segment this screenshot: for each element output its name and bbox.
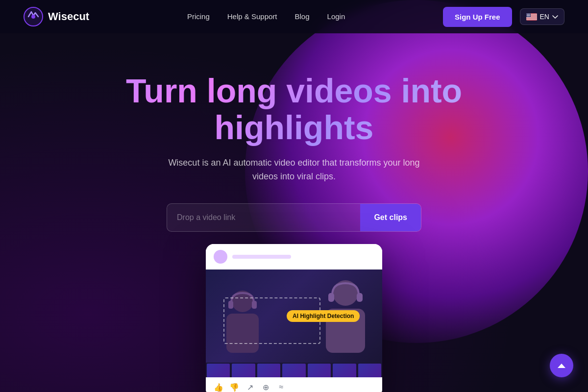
scroll-to-top-button[interactable] bbox=[550, 354, 573, 377]
svg-point-12 bbox=[528, 13, 528, 14]
timeline-thumb-3 bbox=[257, 364, 280, 377]
hero-section: Turn long videos into highlights Wisecut… bbox=[0, 33, 588, 232]
timeline-thumb-4 bbox=[282, 364, 305, 377]
card-actions: 👍 👎 ↗ ⊕ ≈ bbox=[206, 377, 382, 392]
svg-point-25 bbox=[528, 16, 528, 16]
timeline-thumb-7 bbox=[358, 364, 381, 377]
dislike-icon[interactable]: 👎 bbox=[229, 382, 239, 392]
svg-point-18 bbox=[529, 14, 530, 15]
card-top-bar bbox=[206, 244, 382, 270]
svg-rect-8 bbox=[526, 19, 537, 20]
hero-subtitle: Wisecut is an AI automatic video editor … bbox=[157, 156, 431, 184]
svg-point-15 bbox=[527, 14, 527, 15]
svg-point-17 bbox=[528, 14, 529, 15]
signup-button[interactable]: Sign Up Free bbox=[443, 7, 512, 27]
card-avatar bbox=[214, 250, 227, 264]
svg-point-19 bbox=[526, 15, 527, 15]
svg-point-1 bbox=[31, 15, 35, 19]
svg-rect-7 bbox=[526, 18, 537, 19]
nav-blog[interactable]: Blog bbox=[295, 12, 310, 21]
svg-rect-6 bbox=[526, 17, 537, 18]
stats-icon[interactable]: ≈ bbox=[276, 382, 286, 392]
logo-text: Wisecut bbox=[48, 10, 89, 23]
wisecut-logo-icon bbox=[24, 7, 43, 26]
svg-point-14 bbox=[529, 13, 530, 14]
get-clips-button[interactable]: Get clips bbox=[360, 204, 421, 231]
language-selector[interactable]: EN bbox=[520, 8, 564, 25]
video-link-input[interactable] bbox=[167, 213, 360, 222]
timeline-thumb-2 bbox=[232, 364, 255, 377]
svg-point-27 bbox=[529, 16, 530, 16]
timeline-strip bbox=[206, 363, 382, 377]
chevron-down-icon bbox=[552, 15, 558, 19]
hero-title: Turn long videos into highlights bbox=[74, 73, 514, 146]
timeline-thumb-6 bbox=[333, 364, 356, 377]
flag-us-icon bbox=[526, 13, 537, 21]
nav-right: Sign Up Free bbox=[443, 7, 564, 27]
like-icon[interactable]: 👍 bbox=[214, 382, 223, 392]
preview-card: AI Highlight Detection 👍 👎 ↗ ⊕ ≈ bbox=[206, 244, 382, 392]
navbar: Wisecut Pricing Help & Support Blog Logi… bbox=[0, 0, 588, 33]
timeline-thumb-1 bbox=[207, 364, 230, 377]
svg-point-13 bbox=[529, 13, 529, 14]
nav-login[interactable]: Login bbox=[327, 12, 345, 21]
svg-point-22 bbox=[529, 15, 529, 15]
svg-point-23 bbox=[529, 15, 530, 15]
share-icon[interactable]: ↗ bbox=[245, 382, 255, 392]
nav-help-support[interactable]: Help & Support bbox=[227, 12, 277, 21]
video-link-input-bar: Get clips bbox=[167, 203, 421, 232]
video-preview-area: AI Highlight Detection bbox=[206, 270, 382, 363]
svg-point-10 bbox=[526, 13, 527, 14]
ai-highlight-badge: AI Highlight Detection bbox=[287, 310, 360, 322]
svg-point-24 bbox=[527, 16, 527, 16]
more-icon[interactable]: ⊕ bbox=[261, 382, 270, 392]
svg-point-16 bbox=[528, 14, 528, 15]
svg-point-21 bbox=[528, 15, 528, 15]
logo-link[interactable]: Wisecut bbox=[24, 7, 89, 26]
svg-point-20 bbox=[527, 15, 528, 15]
card-title-placeholder bbox=[232, 255, 291, 259]
svg-rect-34 bbox=[328, 293, 334, 302]
timeline-thumb-5 bbox=[308, 364, 331, 377]
nav-links: Pricing Help & Support Blog Login bbox=[187, 12, 345, 21]
nav-pricing[interactable]: Pricing bbox=[187, 12, 210, 21]
svg-rect-35 bbox=[357, 293, 363, 302]
svg-point-26 bbox=[528, 16, 529, 16]
hero-wrapper: Turn long videos into highlights Wisecut… bbox=[0, 33, 588, 392]
chevron-up-icon bbox=[558, 364, 565, 368]
svg-point-11 bbox=[527, 13, 528, 14]
lang-label: EN bbox=[540, 13, 549, 21]
